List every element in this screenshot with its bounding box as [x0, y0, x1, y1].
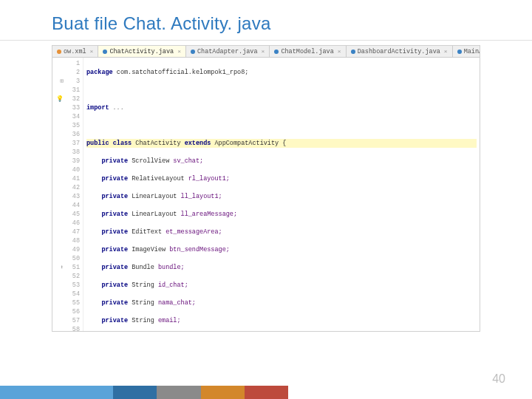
tab-ow-xml[interactable]: ow.xml×	[52, 46, 98, 57]
fold-icon[interactable]: ⊞	[60, 77, 64, 86]
tab-mainactivity[interactable]: MainActivity.java×	[453, 46, 480, 57]
close-icon[interactable]: ×	[90, 47, 94, 56]
tab-chatadapter[interactable]: ChatAdapter.java×	[186, 46, 270, 57]
override-icon[interactable]: ⬆	[60, 263, 64, 272]
close-icon[interactable]: ×	[262, 47, 265, 56]
close-icon[interactable]: ×	[444, 47, 448, 56]
tab-chatmodel[interactable]: ChatModel.java×	[270, 46, 346, 57]
tab-chatactivity[interactable]: ChatActivity.java×	[98, 46, 186, 57]
decorative-stripe	[0, 386, 288, 399]
class-icon: 💡	[56, 95, 64, 103]
code-content[interactable]: package com.satchatofficial.kelompok1_rp…	[83, 58, 480, 331]
tab-dashboardactivity[interactable]: DashboardActivity.java×	[347, 46, 453, 57]
page-number: 40	[492, 372, 505, 386]
close-icon[interactable]: ×	[177, 47, 181, 56]
xml-file-icon	[57, 50, 61, 54]
java-file-icon	[351, 50, 355, 54]
code-editor: ow.xml× ChatActivity.java× ChatAdapter.j…	[52, 45, 480, 332]
java-file-icon	[457, 50, 462, 54]
close-icon[interactable]: ×	[338, 47, 341, 56]
slide-title-area: Buat file Chat. Activity. java	[0, 0, 532, 41]
slide-title: Buat file Chat. Activity. java	[52, 13, 532, 34]
line-number-gutter: 1 2 ⊞3 31 💡32 33 34 35 36 37 38 39 40 41…	[52, 58, 83, 331]
java-file-icon	[191, 50, 195, 54]
editor-tabbar: ow.xml× ChatActivity.java× ChatAdapter.j…	[52, 46, 480, 58]
java-file-icon	[274, 50, 279, 54]
java-file-icon	[103, 50, 107, 54]
